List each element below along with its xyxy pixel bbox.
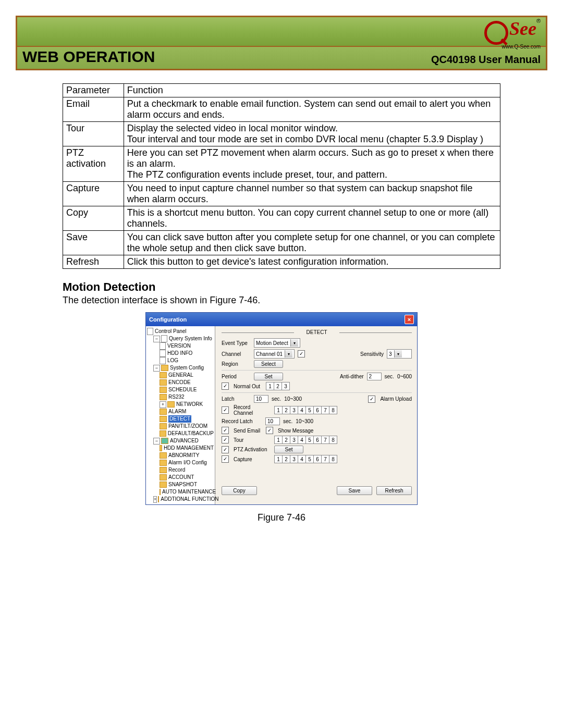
page-title: WEB OPERATION [22,48,155,66]
tree-item[interactable]: HDD MANAGEMENT [160,445,214,452]
channel-cell[interactable]: 6 [313,436,322,444]
channel-cell[interactable]: 1 [274,406,283,414]
period-set-button[interactable]: Set [254,373,283,380]
record-channel-checkbox[interactable] [222,406,229,414]
channel-cell[interactable]: 1 [266,382,274,390]
tree-root[interactable]: Control Panel [147,328,214,335]
channel-cell[interactable]: 6 [313,455,322,463]
region-select-button[interactable]: Select [254,360,283,368]
doc-icon [160,357,166,364]
ptz-set-button[interactable]: Set [274,446,303,453]
show-message-checkbox[interactable] [266,427,273,434]
tree-item[interactable]: PAN/TILT/ZOOM [160,423,214,430]
channel-cell[interactable]: 7 [321,455,329,463]
channel-cell[interactable]: 4 [298,436,306,444]
panel-icon [147,328,153,335]
folder-icon [167,401,175,408]
channel-cell[interactable]: 5 [305,406,314,414]
capture-checkbox[interactable] [222,455,229,463]
channel-cell[interactable]: 2 [274,382,282,390]
channel-cell[interactable]: 2 [282,455,290,463]
channel-cell[interactable]: 7 [321,406,329,414]
tree-group[interactable]: +ADDTIONAL FUNCTION [153,496,214,503]
tree-item[interactable]: DETECT [160,415,214,423]
label-channel: Channel [222,351,251,357]
table-row: CopyThis is a shortcut menu button. You … [63,206,500,231]
configuration-dialog: Configuration × Control Panel −Query Sys… [145,312,418,505]
anti-dither-input[interactable]: 2 [367,373,382,380]
ptz-activation-checkbox[interactable] [222,446,229,453]
send-email-checkbox[interactable] [222,427,229,434]
collapse-icon[interactable]: − [153,336,160,342]
tree-item[interactable]: Alarm I/O Config [160,459,214,466]
collapse-icon[interactable]: − [153,365,160,372]
channel-cell[interactable]: 5 [305,455,314,463]
tree-item[interactable]: GENERAL [160,372,214,379]
collapse-icon[interactable]: − [153,438,160,445]
label-send-email: Send Email [234,428,263,434]
alarm-upload-checkbox[interactable] [368,396,375,403]
chevron-down-icon: ▾ [285,350,292,357]
channel-cell[interactable]: 2 [282,436,290,444]
channel-cell[interactable]: 8 [329,455,337,463]
tree-item[interactable]: SCHEDULE [160,386,214,393]
channel-cell[interactable]: 6 [313,406,322,414]
param-desc: You can click save button after you comp… [124,231,500,255]
channel-cell[interactable]: 1 [274,455,283,463]
channel-cell[interactable]: 3 [282,382,290,390]
expand-icon[interactable]: + [160,401,166,408]
tree-item[interactable]: ENCODE [160,379,214,386]
label-event-type: Event Type [222,340,251,346]
save-button[interactable]: Save [337,486,372,495]
tree-item[interactable]: +NETWORK [160,401,214,408]
tree-item[interactable]: LOG [160,357,214,364]
tree-item[interactable]: Record [160,466,214,474]
channel-cell[interactable]: 2 [282,406,290,414]
channel-cell[interactable]: 7 [321,436,329,444]
tour-channels[interactable]: 12345678 [274,436,337,444]
chevron-down-icon: ▾ [290,339,298,347]
table-row: RefreshClick this button to get device's… [63,255,500,269]
channel-select[interactable]: Channel 01▾ [254,349,295,359]
channel-cell[interactable]: 8 [329,406,337,414]
tree-group[interactable]: −System Config [153,364,214,372]
tree-item[interactable]: RS232 [160,393,214,401]
record-latch-input[interactable]: 10 [265,417,280,425]
copy-button[interactable]: Copy [222,486,257,495]
channel-cell[interactable]: 4 [298,406,306,414]
capture-channels[interactable]: 12345678 [274,455,337,463]
table-row: TourDisplay the selected video in local … [63,122,500,146]
table-row: PTZ activationHere you can set PTZ movem… [63,146,500,182]
channel-cell[interactable]: 4 [298,455,306,463]
nav-tree[interactable]: Control Panel −Query System Info VERSION… [146,326,215,504]
expand-icon[interactable]: + [153,496,157,503]
channel-cell[interactable]: 3 [290,455,298,463]
tree-item[interactable]: VERSION [160,342,214,350]
channel-cell[interactable]: 3 [290,436,298,444]
sensitivity-select[interactable]: 3▾ [387,349,412,359]
tree-item[interactable]: HDD INFO [160,350,214,357]
record-channels[interactable]: 12345678 [274,406,337,414]
channel-cell[interactable]: 3 [290,406,298,414]
event-type-select[interactable]: Motion Detect▾ [254,338,300,348]
channel-cell[interactable]: 5 [305,436,314,444]
param-desc: This is a shortcut menu button. You can … [124,206,500,231]
refresh-button[interactable]: Refresh [376,486,412,495]
latch-input[interactable]: 10 [254,395,268,403]
tree-item[interactable]: ALARM [160,408,214,415]
tour-checkbox[interactable] [222,436,229,443]
normal-out-checkbox[interactable] [222,382,229,390]
channel-cell[interactable]: 1 [274,436,283,444]
tree-group[interactable]: −ADVANCED [153,437,214,445]
tree-item[interactable]: ACCOUNT [160,474,214,481]
tree-group[interactable]: −Query System Info [153,335,214,342]
tree-item[interactable]: DEFAULT/BACKUP [160,430,214,437]
channel-cell[interactable]: 8 [329,436,337,444]
tree-item[interactable]: ABNORMITY [160,452,214,459]
close-icon[interactable]: × [405,315,414,324]
channel-enable-checkbox[interactable] [298,350,305,357]
label-normal-out: Normal Out [234,384,263,389]
tree-item[interactable]: SNAPSHOT [160,481,214,488]
tree-item[interactable]: AUTO MAINTENANCE [160,488,214,496]
normal-out-channels[interactable]: 123 [266,382,290,390]
